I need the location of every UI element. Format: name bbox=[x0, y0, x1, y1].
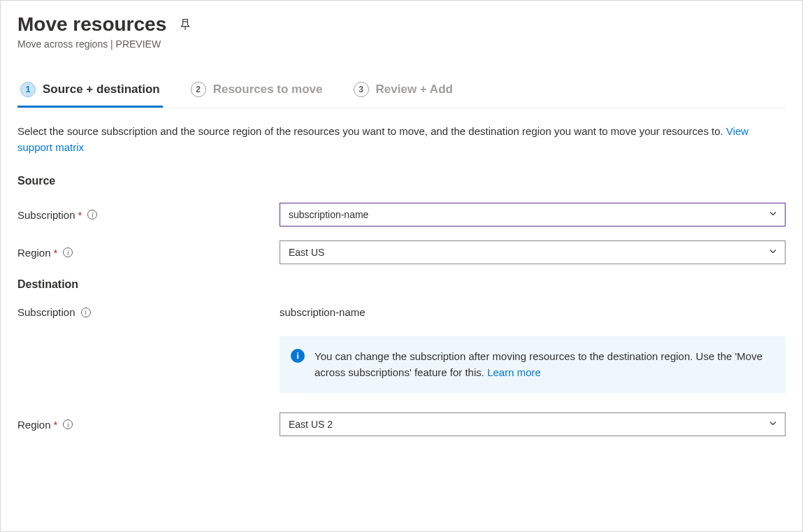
destination-region-select[interactable]: East US 2 bbox=[280, 412, 786, 436]
step-label: Source + destination bbox=[43, 82, 160, 96]
destination-section: Destination Subscription i subscription-… bbox=[17, 278, 786, 436]
destination-subscription-label-wrap: Subscription i bbox=[17, 306, 280, 318]
required-indicator: * bbox=[54, 247, 58, 259]
page-subtitle: Move across regions | PREVIEW bbox=[17, 38, 786, 50]
source-section-title: Source bbox=[17, 175, 786, 187]
pin-icon[interactable] bbox=[179, 18, 191, 31]
chevron-down-icon bbox=[768, 419, 778, 431]
steps-divider bbox=[17, 108, 786, 108]
source-region-select[interactable]: East US bbox=[280, 240, 786, 264]
source-region-label: Region bbox=[17, 247, 51, 259]
wizard-steps: 1 Source + destination 2 Resources to mo… bbox=[17, 78, 786, 108]
source-subscription-row: Subscription * i subscription-name bbox=[17, 203, 786, 227]
source-subscription-select[interactable]: subscription-name bbox=[280, 203, 786, 227]
info-message-box: You can change the subscription after mo… bbox=[280, 336, 786, 393]
source-region-control: East US bbox=[280, 240, 786, 264]
source-subscription-value: subscription-name bbox=[289, 209, 368, 220]
step-number: 2 bbox=[191, 82, 206, 97]
step-number: 3 bbox=[354, 82, 369, 97]
source-region-row: Region * i East US bbox=[17, 240, 786, 264]
destination-region-row: Region * i East US 2 bbox=[17, 412, 786, 436]
info-icon[interactable]: i bbox=[87, 210, 97, 220]
step-label: Resources to move bbox=[213, 82, 323, 96]
destination-region-label: Region bbox=[17, 419, 51, 431]
source-region-label-wrap: Region * i bbox=[17, 247, 280, 259]
destination-region-control: East US 2 bbox=[280, 412, 786, 436]
learn-more-link[interactable]: Learn more bbox=[487, 366, 541, 378]
step-review-add[interactable]: 3 Review + Add bbox=[351, 78, 456, 108]
step-resources-to-move[interactable]: 2 Resources to move bbox=[188, 78, 326, 108]
page-container: Move resources Move across regions | PRE… bbox=[0, 0, 803, 532]
description-text: Select the source subscription and the s… bbox=[17, 125, 726, 137]
info-icon[interactable]: i bbox=[63, 247, 73, 257]
step-label: Review + Add bbox=[376, 82, 453, 96]
step-source-destination[interactable]: 1 Source + destination bbox=[17, 78, 163, 108]
destination-region-value: East US 2 bbox=[289, 419, 333, 430]
source-subscription-control: subscription-name bbox=[280, 203, 786, 227]
page-title: Move resources bbox=[17, 13, 166, 36]
destination-subscription-control: subscription-name bbox=[280, 306, 786, 318]
page-description: Select the source subscription and the s… bbox=[17, 124, 786, 155]
chevron-down-icon bbox=[768, 247, 778, 259]
destination-subscription-row: Subscription i subscription-name bbox=[17, 306, 786, 318]
source-subscription-label-wrap: Subscription * i bbox=[17, 209, 280, 221]
destination-subscription-value: subscription-name bbox=[280, 306, 366, 318]
source-section: Source Subscription * i subscription-nam… bbox=[17, 175, 786, 264]
chevron-down-icon bbox=[768, 209, 778, 221]
info-icon[interactable]: i bbox=[63, 419, 73, 429]
source-subscription-label: Subscription bbox=[17, 209, 75, 221]
destination-region-label-wrap: Region * i bbox=[17, 419, 280, 431]
required-indicator: * bbox=[54, 419, 58, 431]
page-header: Move resources bbox=[17, 13, 786, 36]
required-indicator: * bbox=[78, 209, 82, 221]
destination-subscription-label: Subscription bbox=[17, 306, 75, 318]
source-region-value: East US bbox=[289, 247, 324, 258]
svg-rect-0 bbox=[183, 20, 188, 22]
step-number: 1 bbox=[20, 82, 36, 97]
destination-section-title: Destination bbox=[17, 278, 786, 291]
info-icon[interactable]: i bbox=[81, 308, 91, 317]
info-icon bbox=[291, 349, 305, 363]
